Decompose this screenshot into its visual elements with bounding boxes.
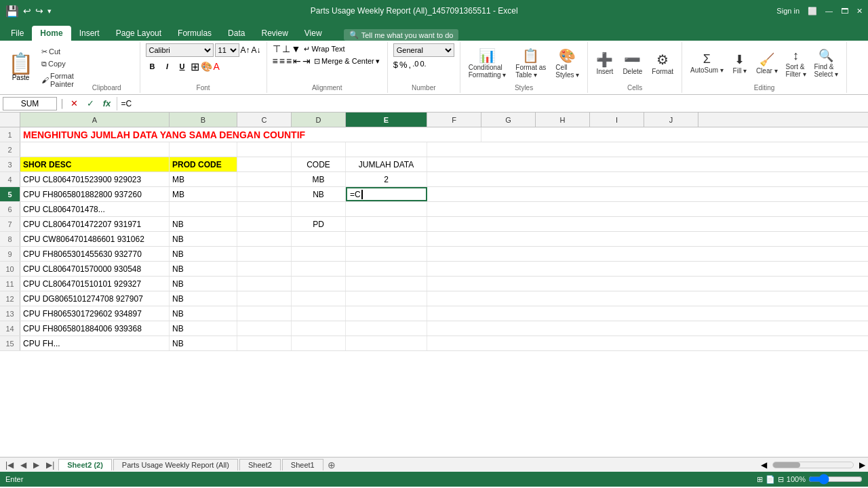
cell-a11[interactable]: CPU CL8064701510101 929327 <box>20 277 170 291</box>
increase-decimal-icon[interactable]: .0 <box>412 60 418 70</box>
cut-button[interactable]: ✂ Cut <box>39 47 77 57</box>
cell-a7[interactable]: CPU CL8064701472207 931971 <box>20 217 170 231</box>
align-bottom-icon[interactable]: ▼ <box>292 43 301 54</box>
indent-decrease-icon[interactable]: ⇤ <box>293 56 301 66</box>
page-layout-icon[interactable]: 📄 <box>766 475 775 484</box>
insert-function-button[interactable]: fx <box>100 98 114 108</box>
cell-e15[interactable] <box>346 336 427 350</box>
cell-a3[interactable]: SHOR DESC <box>20 157 170 171</box>
font-size-select[interactable]: 11 <box>215 43 239 57</box>
confirm-formula-button[interactable]: ✓ <box>84 98 98 108</box>
sort-button[interactable]: ↕ Sort &Filter ▾ <box>783 47 809 79</box>
merge-center-button[interactable]: ⊡ Merge & Center ▾ <box>312 56 382 66</box>
sheet-tab-sheet2-2[interactable]: Sheet2 (2) <box>58 459 112 470</box>
cell-b5[interactable]: MB <box>170 187 237 201</box>
normal-view-icon[interactable]: ⊞ <box>757 475 763 484</box>
col-header-c[interactable]: C <box>237 113 292 127</box>
cell-d6[interactable] <box>292 202 346 216</box>
col-header-j[interactable]: J <box>644 113 698 127</box>
cell-c6[interactable] <box>237 202 292 216</box>
align-middle-icon[interactable]: ⊥ <box>282 43 290 54</box>
cell-a1[interactable]: MENGHITUNG JUMLAH DATA YANG SAMA DENGAN … <box>20 127 481 142</box>
format-table-button[interactable]: 📋 Format asTable ▾ <box>513 46 549 80</box>
cell-b14[interactable]: NB <box>170 321 237 336</box>
cell-a8[interactable]: CPU CW8064701486601 931062 <box>20 232 170 246</box>
col-header-d[interactable]: D <box>292 113 346 127</box>
close-icon[interactable]: ✕ <box>856 7 863 16</box>
tell-me-search[interactable]: 🔍 Tell me what you want to do <box>344 29 459 41</box>
tab-review[interactable]: Review <box>253 26 296 41</box>
fill-button[interactable]: ⬇ Fill ▾ <box>729 51 751 76</box>
cell-b11[interactable]: NB <box>170 277 237 291</box>
cell-a5[interactable]: CPU FH8065801882800 937260 <box>20 187 170 201</box>
cell-c2[interactable] <box>237 142 292 157</box>
cell-e4[interactable]: 2 <box>346 172 427 186</box>
col-header-g[interactable]: G <box>481 113 536 127</box>
cell-c7[interactable] <box>237 217 292 231</box>
tab-file[interactable]: File <box>3 26 32 41</box>
cell-e8[interactable] <box>346 232 427 246</box>
cell-d8[interactable] <box>292 232 346 246</box>
cell-e10[interactable] <box>346 262 427 276</box>
indent-increase-icon[interactable]: ⇥ <box>302 56 311 66</box>
cell-d15[interactable] <box>292 336 346 350</box>
cell-a15[interactable]: CPU FH... <box>20 336 170 350</box>
cell-e9[interactable] <box>346 247 427 261</box>
cell-e3[interactable]: JUMLAH DATA <box>346 157 427 171</box>
cell-d12[interactable] <box>292 291 346 306</box>
delete-button[interactable]: ➖ Delete <box>620 50 645 77</box>
ribbon-display-icon[interactable]: ⬜ <box>808 7 817 16</box>
cell-c8[interactable] <box>237 232 292 246</box>
sheet-tab-parts-usage[interactable]: Parts Usage Weekly Report (All) <box>113 459 238 470</box>
cell-d9[interactable] <box>292 247 346 261</box>
cell-e12[interactable] <box>346 291 427 306</box>
cell-c14[interactable] <box>237 321 292 336</box>
cell-d2[interactable] <box>292 142 346 157</box>
cell-c13[interactable] <box>237 306 292 321</box>
align-top-icon[interactable]: ⊤ <box>273 43 281 54</box>
align-center-icon[interactable]: ≡ <box>279 56 285 66</box>
font-name-select[interactable]: Calibri <box>146 43 214 57</box>
cell-c9[interactable] <box>237 247 292 261</box>
clear-button[interactable]: 🧹 Clear ▾ <box>753 51 781 76</box>
increase-font-icon[interactable]: A↑ <box>241 45 250 55</box>
cell-d11[interactable] <box>292 277 346 291</box>
font-color-icon[interactable]: A <box>214 61 220 72</box>
cell-c12[interactable] <box>237 291 292 306</box>
format-button[interactable]: ⚙ Format <box>649 50 676 77</box>
tab-insert[interactable]: Insert <box>71 26 108 41</box>
name-box[interactable] <box>3 97 57 110</box>
bold-button[interactable]: B <box>146 60 159 73</box>
cell-b7[interactable]: NB <box>170 217 237 231</box>
comma-icon[interactable]: , <box>409 60 412 70</box>
horizontal-scrollbar-area[interactable]: ◀ ▶ <box>761 460 865 470</box>
cell-a12[interactable]: CPU DG8065101274708 927907 <box>20 291 170 306</box>
scroll-right-icon[interactable]: ▶ <box>859 460 865 470</box>
sheet-tab-sheet1[interactable]: Sheet1 <box>282 459 323 470</box>
italic-button[interactable]: I <box>161 60 174 73</box>
cell-d13[interactable] <box>292 306 346 321</box>
conditional-formatting-button[interactable]: 📊 ConditionalFormatting ▾ <box>466 46 509 80</box>
undo-icon[interactable]: ↩ <box>23 5 31 16</box>
currency-icon[interactable]: $ <box>393 60 398 70</box>
align-right-icon[interactable]: ≡ <box>286 56 292 66</box>
scroll-left-icon[interactable]: ◀ <box>761 460 767 470</box>
col-header-i[interactable]: I <box>590 113 644 127</box>
minimize-icon[interactable]: — <box>825 7 833 15</box>
cell-a13[interactable]: CPU FH8065301729602 934897 <box>20 306 170 321</box>
cell-d5[interactable]: NB <box>292 187 346 201</box>
cell-c3[interactable] <box>237 157 292 171</box>
horizontal-scrollbar[interactable] <box>772 462 854 468</box>
cell-e7[interactable] <box>346 217 427 231</box>
percent-icon[interactable]: % <box>399 60 408 70</box>
cell-c15[interactable] <box>237 336 292 350</box>
cell-d7[interactable]: PD <box>292 217 346 231</box>
wrap-text-button[interactable]: ↵ Wrap Text <box>302 44 347 54</box>
tab-page-layout[interactable]: Page Layout <box>108 26 170 41</box>
cell-d10[interactable] <box>292 262 346 276</box>
cell-a10[interactable]: CPU CL8064701570000 930548 <box>20 262 170 276</box>
col-header-e[interactable]: E <box>346 113 427 127</box>
cell-a14[interactable]: CPU FH8065801884006 939368 <box>20 321 170 336</box>
paste-button[interactable]: 📋 Paste <box>5 52 36 83</box>
cell-e14[interactable] <box>346 321 427 336</box>
